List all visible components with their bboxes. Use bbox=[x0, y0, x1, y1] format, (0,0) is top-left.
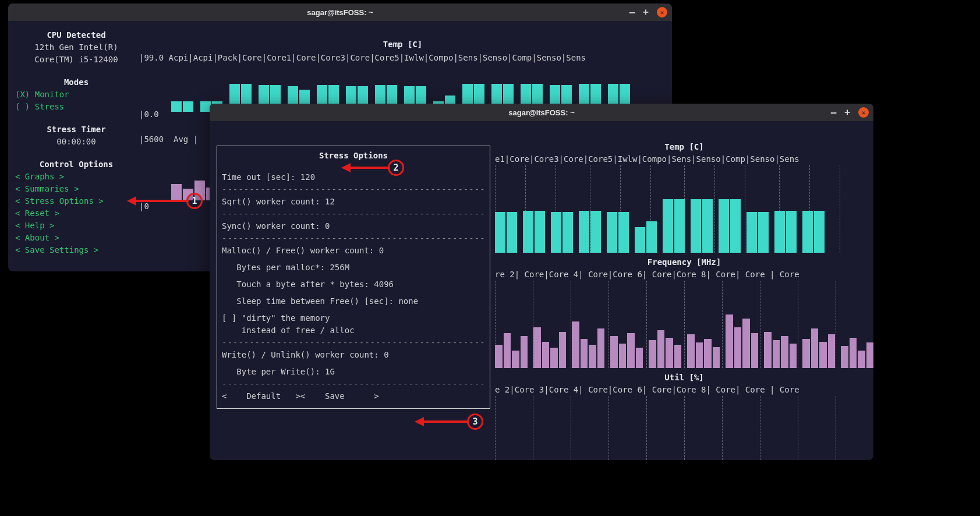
cpu-line2: Core(TM) i5-12400 bbox=[15, 54, 137, 66]
opt-write[interactable]: Write() / Unlink() worker count: 0 bbox=[222, 349, 485, 361]
window-controls-back: – + ✕ bbox=[629, 7, 667, 17]
front-charts: Temp [C] e1|Core|Core3|Core|Core5|Iwlw|C… bbox=[495, 141, 873, 460]
window-title-front: sagar@itsFOSS: ~ bbox=[508, 108, 574, 117]
opt-dirty2: instead of free / alloc bbox=[222, 324, 485, 337]
opt-sleep[interactable]: Sleep time between Free() [sec]: none bbox=[222, 295, 485, 308]
terminal-window-front: sagar@itsFOSS: ~ – + ✕ Stress Options Ti… bbox=[210, 104, 873, 460]
opt-sqrt[interactable]: Sqrt() worker count: 12 bbox=[222, 196, 485, 208]
control-header: Control Options bbox=[15, 158, 137, 171]
close-icon[interactable]: ✕ bbox=[657, 7, 667, 17]
front-util-labels: e 2|Core 3|Core 4| Core|Core 6| Core|Cor… bbox=[495, 384, 873, 396]
maximize-icon[interactable]: + bbox=[643, 8, 649, 17]
control-save-settings[interactable]: < Save Settings > bbox=[15, 244, 137, 256]
front-temp-bars bbox=[495, 165, 873, 253]
mode-monitor[interactable]: (X) Monitor bbox=[15, 89, 137, 101]
maximize-icon[interactable]: + bbox=[844, 108, 850, 117]
stress-options-dialog: Stress Options Time out [sec]: 120 -----… bbox=[217, 146, 490, 409]
minimize-icon[interactable]: – bbox=[629, 8, 635, 17]
front-freq-title: Frequency [MHz] bbox=[495, 256, 873, 268]
opt-malloc[interactable]: Malloc() / Free() worker count: 0 bbox=[222, 245, 485, 257]
front-temp-title: Temp [C] bbox=[495, 141, 873, 153]
front-freq-labels: re 2| Core|Core 4| Core|Core 6| Core|Cor… bbox=[495, 268, 873, 281]
divider: ----------------------------------------… bbox=[222, 208, 485, 220]
terminal-body-front: Stress Options Time out [sec]: 120 -----… bbox=[210, 121, 873, 460]
mode-stress[interactable]: ( ) Stress bbox=[15, 101, 137, 113]
opt-byte-write[interactable]: Byte per Write(): 1G bbox=[222, 366, 485, 378]
axis-5600: |5600 Avg | bbox=[139, 133, 198, 146]
modes-header: Modes bbox=[15, 76, 137, 89]
opt-timeout[interactable]: Time out [sec]: 120 bbox=[222, 171, 485, 183]
default-button[interactable]: < Default > bbox=[222, 390, 300, 402]
divider: ----------------------------------------… bbox=[222, 337, 485, 349]
axis-zero-1: |0 bbox=[139, 200, 198, 213]
left-panel: CPU Detected 12th Gen Intel(R) Core(TM) … bbox=[15, 29, 137, 267]
titlebar-front: sagar@itsFOSS: ~ – + ✕ bbox=[210, 104, 873, 121]
front-temp-labels: e1|Core|Core3|Core|Core5|Iwlw|Compo|Sens… bbox=[495, 153, 873, 165]
front-util-bars bbox=[495, 396, 873, 460]
control-about[interactable]: < About > bbox=[15, 232, 137, 244]
front-freq-bars bbox=[495, 281, 873, 368]
opt-dirty1[interactable]: [ ] "dirty" the memory bbox=[222, 312, 485, 324]
temp-title-back: Temp [C] bbox=[139, 38, 666, 51]
divider: ----------------------------------------… bbox=[222, 232, 485, 245]
control-stress-options[interactable]: < Stress Options > bbox=[15, 195, 137, 207]
control-help[interactable]: < Help > bbox=[15, 220, 137, 232]
dialog-title: Stress Options bbox=[222, 150, 485, 162]
cpu-line1: 12th Gen Intel(R) bbox=[15, 41, 137, 54]
save-button[interactable]: < Save > bbox=[300, 390, 379, 402]
divider: ----------------------------------------… bbox=[222, 378, 485, 390]
temp-chart-back: Temp [C] |99.0 Acpi|Acpi|Pack|Core|Core1… bbox=[139, 38, 666, 64]
minimize-icon[interactable]: – bbox=[831, 108, 837, 117]
temp-col-labels-back: |99.0 Acpi|Acpi|Pack|Core|Core1|Core|Cor… bbox=[139, 52, 666, 64]
control-summaries[interactable]: < Summaries > bbox=[15, 183, 137, 195]
timer-header: Stress Timer bbox=[15, 123, 137, 136]
opt-touch-byte[interactable]: Touch a byte after * bytes: 4096 bbox=[222, 278, 485, 291]
close-icon[interactable]: ✕ bbox=[858, 107, 869, 118]
titlebar-back: sagar@itsFOSS: ~ – + ✕ bbox=[8, 3, 672, 21]
opt-sync[interactable]: Sync() worker count: 0 bbox=[222, 220, 485, 232]
cpu-header: CPU Detected bbox=[15, 29, 137, 41]
timer-value: 00:00:00 bbox=[15, 136, 137, 148]
window-controls-front: – + ✕ bbox=[831, 107, 869, 118]
opt-bytes-malloc[interactable]: Bytes per malloc*: 256M bbox=[222, 261, 485, 274]
control-reset[interactable]: < Reset > bbox=[15, 207, 137, 220]
front-util-title: Util [%] bbox=[495, 372, 873, 384]
control-graphs[interactable]: < Graphs > bbox=[15, 171, 137, 183]
window-title-back: sagar@itsFOSS: ~ bbox=[307, 8, 373, 17]
divider: ----------------------------------------… bbox=[222, 183, 485, 196]
